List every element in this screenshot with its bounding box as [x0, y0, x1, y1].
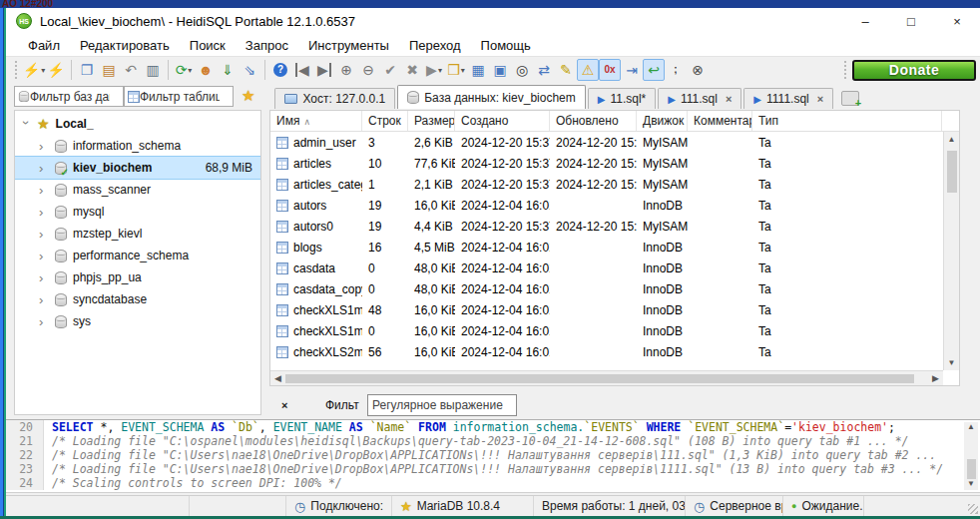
tab-host[interactable]: Хост: 127.0.0.1 [274, 88, 395, 109]
chevron-down-icon[interactable]: ▾ [461, 66, 465, 75]
hex-literals-button[interactable]: 0x [599, 59, 621, 81]
filter-close-icon[interactable]: × [281, 399, 297, 411]
scroll-right-icon[interactable]: ▶ [928, 373, 943, 383]
expander-icon[interactable]: › [39, 249, 49, 263]
word-wrap-button[interactable]: ↩ [643, 59, 665, 81]
export-database-button[interactable]: ⇓ [217, 59, 239, 81]
help-button[interactable]: ? [269, 59, 291, 81]
table-row[interactable]: checkXLS2me...5616,0 KiB2024-12-04 16:01… [270, 341, 959, 362]
log-scroll-up-icon[interactable]: ▲ [967, 422, 975, 433]
chevron-down-icon[interactable]: ▾ [438, 66, 442, 75]
menu-item-file[interactable]: Файл [18, 35, 70, 56]
minimize-button[interactable]: – [842, 8, 888, 34]
open-sql-file-button[interactable]: ❒▾ [445, 59, 467, 81]
close-button[interactable]: × [934, 8, 980, 34]
toolbar-grip[interactable] [14, 61, 19, 79]
sidebar-item-syncdatabase[interactable]: ›syncdatabase [15, 288, 260, 310]
scroll-left-icon[interactable]: ◀ [270, 373, 285, 383]
sidebar-item-mass_scanner[interactable]: ›mass_scanner [15, 179, 260, 201]
scroll-up-icon[interactable]: ▲ [948, 132, 956, 147]
column-header-Имя[interactable]: Имя∧ [270, 111, 362, 131]
find-button[interactable]: ◎ [511, 59, 533, 81]
menu-item-edit[interactable]: Редактировать [70, 35, 180, 56]
tab-close-icon[interactable]: × [817, 93, 823, 105]
column-header-Тип[interactable]: Тип [752, 111, 942, 131]
menu-item-goto[interactable]: Переход [399, 35, 471, 56]
sidebar-item-mzstep_kievl[interactable]: ›mzstep_kievl [15, 223, 260, 245]
tab-sql-2[interactable]: ▶111.sql× [658, 88, 741, 109]
show-warnings-button[interactable]: ⚠ [577, 59, 599, 81]
sidebar-root-local[interactable]: ›★Local_ [15, 113, 260, 135]
menu-item-search[interactable]: Поиск [180, 35, 236, 56]
table-row[interactable]: casdata_copy048,0 KiB2024-12-04 16:01:10… [270, 278, 959, 299]
log-vscroll-thumb[interactable] [967, 459, 976, 479]
sql-log-panel[interactable]: ▲ ▼ 20SELECT *, EVENT_SCHEMA AS `Db`, EV… [6, 419, 980, 493]
table-row[interactable]: checkXLS1me...016,0 KiB2024-12-04 16:01:… [270, 320, 959, 341]
save-sql-button[interactable]: ▦ [467, 59, 489, 81]
session-manager-button[interactable]: ⚡▾ [23, 59, 45, 81]
menu-item-query[interactable]: Запрос [236, 35, 298, 56]
indent-button[interactable]: ⇥ [621, 59, 643, 81]
column-header-Размер[interactable]: Размер [408, 111, 455, 131]
table-row[interactable]: articles_catego...12,1 KiB2024-12-20 15:… [270, 174, 959, 195]
delimiter-button[interactable]: ; [665, 59, 687, 81]
table-row[interactable]: autors1916,0 KiB2024-12-04 16:01:08InnoD… [270, 195, 959, 216]
post-changes-button[interactable]: ✔ [379, 59, 401, 81]
first-record-button[interactable]: ◀ [291, 59, 313, 81]
favorites-star-icon[interactable]: ★ [242, 87, 254, 105]
tab-sql-1[interactable]: ▶11.sql* [588, 88, 657, 109]
sidebar-item-sys[interactable]: ›sys [15, 310, 260, 332]
log-scroll-down-icon[interactable]: ▼ [967, 479, 975, 490]
column-header-Комментарий[interactable]: Комментарий [688, 111, 752, 131]
find-replace-button[interactable]: ⇄ [533, 59, 555, 81]
run-query-button[interactable]: ▶▾ [423, 59, 445, 81]
copy-button[interactable]: ❐ [76, 59, 98, 81]
table-row[interactable]: admin_user32,6 KiB2024-12-20 15:37:35202… [270, 132, 959, 153]
sidebar-item-mysql[interactable]: ›mysql [15, 201, 260, 223]
user-manager-button[interactable]: ☻ [195, 59, 217, 81]
grid-vscroll-thumb[interactable] [947, 151, 957, 193]
save-sql-as-button[interactable]: ▣ [489, 59, 511, 81]
column-header-Обновлено[interactable]: Обновлено [550, 111, 637, 131]
undo-button[interactable]: ↶ [120, 59, 142, 81]
expander-icon[interactable]: › [39, 227, 49, 242]
tab-database[interactable]: База данных: kiev_biochem [397, 85, 586, 109]
table-filter-input[interactable] [140, 90, 220, 104]
expander-icon[interactable]: › [39, 183, 49, 198]
expander-icon[interactable]: › [39, 139, 49, 154]
new-query-tab-button[interactable] [841, 91, 859, 106]
table-row[interactable]: checkXLS1me...4816,0 KiB2024-12-04 16:01… [270, 299, 959, 320]
tab-close-icon[interactable]: × [726, 93, 732, 105]
discard-changes-button[interactable]: ✖ [401, 59, 423, 81]
stop-query-button[interactable]: ⊗ [687, 59, 709, 81]
expander-icon[interactable]: › [39, 314, 49, 329]
grid-vertical-scrollbar[interactable]: ▲ ▼ [943, 132, 959, 370]
log-vertical-scrollbar[interactable]: ▲ ▼ [964, 422, 978, 490]
reformat-sql-button[interactable]: ✎ [555, 59, 577, 81]
table-row[interactable]: casdata048,0 KiB2024-12-04 16:01:09InnoD… [270, 258, 959, 278]
sidebar-item-phpjs_pp_ua[interactable]: ›phpjs_pp_ua [15, 266, 260, 288]
insert-row-button[interactable]: ⊕ [335, 59, 357, 81]
menu-item-help[interactable]: Помощь [471, 35, 541, 56]
disconnect-button[interactable]: ⚡ [45, 59, 67, 81]
sidebar-item-performance_schema[interactable]: ›performance_schema [15, 245, 260, 266]
sidebar-item-kiev_biochem[interactable]: ›kiev_biochem68,9 MiB [15, 157, 260, 179]
grid-horizontal-scrollbar[interactable]: ◀ ▶ [270, 370, 943, 385]
expander-icon[interactable]: › [39, 161, 49, 176]
table-row[interactable]: articles1077,6 KiB2024-12-20 15:37:36202… [270, 153, 959, 174]
table-row[interactable]: autors0194,4 KiB2024-12-20 15:37:362024-… [270, 216, 959, 237]
expander-icon[interactable]: › [19, 120, 34, 130]
refresh-button[interactable]: ⟳▾ [173, 59, 195, 81]
resize-grip[interactable] [968, 504, 978, 514]
column-header-Строк[interactable]: Строк [362, 111, 408, 131]
expander-icon[interactable]: › [39, 270, 49, 285]
paste-button[interactable]: ▤ [98, 59, 120, 81]
donate-button[interactable]: Donate [852, 60, 976, 81]
column-header-Создано[interactable]: Создано [455, 111, 550, 131]
regex-filter-input[interactable] [367, 394, 517, 416]
expander-icon[interactable]: › [39, 205, 49, 220]
delete-row-button[interactable]: ⊖ [357, 59, 379, 81]
tab-sql-3[interactable]: ▶1111.sql× [743, 88, 833, 109]
menu-item-tools[interactable]: Инструменты [298, 35, 399, 56]
maximize-button[interactable]: □ [888, 8, 934, 34]
